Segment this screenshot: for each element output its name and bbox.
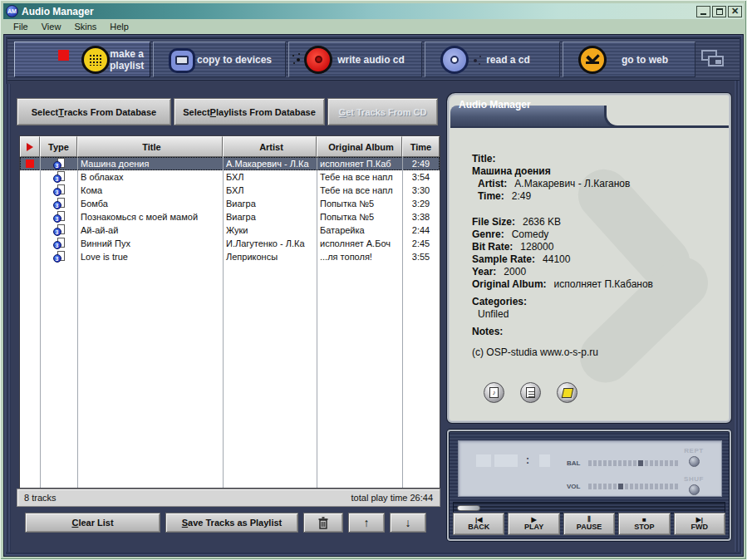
maximize-icon [716, 8, 723, 15]
header-album[interactable]: Original Album [317, 136, 402, 157]
minimize-button[interactable] [696, 6, 710, 17]
back-button[interactable]: |◀ BACK [453, 513, 504, 535]
table-row[interactable]: 3 Винний Пух И.Лагутенко - Л.Ка исполняе… [20, 237, 440, 250]
play-button[interactable]: ▶ PLAY [508, 513, 559, 535]
balance-slider[interactable] [588, 460, 680, 466]
shuffle-button-icon [689, 484, 700, 495]
table-row[interactable]: 3 Кома БХЛ Тебе на все напл 3:30 [20, 184, 440, 197]
select-tracks-from-database-button[interactable]: Select Tracks From Database [17, 98, 171, 125]
trash-icon [317, 517, 329, 529]
header-type[interactable]: Type [40, 136, 77, 157]
delete-track-button[interactable] [303, 513, 343, 533]
active-mode-indicator [58, 50, 69, 61]
artist-label: Artist: [478, 178, 507, 189]
document-icon [526, 387, 535, 398]
make-playlist-button[interactable]: make a playlist [14, 42, 150, 77]
mp3-file-icon: 3 [53, 158, 65, 169]
go-to-web-button[interactable]: go to web [563, 42, 695, 77]
read-cd-icon [440, 46, 469, 74]
seek-bar[interactable] [453, 502, 725, 513]
music-note-icon: ♪ [489, 387, 499, 398]
genre-label: Genre: [472, 228, 504, 240]
cascade-windows-icon[interactable] [701, 50, 726, 70]
header-artist[interactable]: Artist [223, 136, 317, 157]
playlist-grid-icon [81, 46, 110, 74]
mp3-file-icon: 3 [53, 238, 65, 249]
time-value: 2:49 [512, 190, 531, 202]
mp3-file-icon: 3 [53, 251, 65, 263]
yellow-note-icon [561, 388, 573, 398]
menu-help[interactable]: Help [103, 20, 135, 33]
close-button[interactable]: ✕ [728, 6, 742, 17]
table-header: Type Title Artist Original Album Time [20, 136, 440, 157]
close-icon: ✕ [731, 7, 739, 16]
table-row[interactable]: 3 Ай-ай-ай Жуки Батарейка 2:44 [20, 224, 440, 237]
table-row[interactable]: 3 Love is true Леприконсы ...ля тополя! … [20, 250, 440, 263]
menu-file[interactable]: File [7, 20, 35, 33]
copy-to-devices-label: copy to devices [195, 54, 285, 66]
sample-rate-value: 44100 [543, 253, 570, 265]
window-controls: ✕ [696, 6, 742, 17]
titlebar[interactable]: AM Audio Manager ✕ [3, 3, 744, 19]
edit-notes-button[interactable] [557, 382, 577, 403]
select-playlists-from-database-button[interactable]: Select Playlists From Database [174, 98, 325, 125]
window-title: Audio Manager [22, 6, 696, 17]
categories-value: Unfiled [478, 308, 509, 320]
now-playing-icon [26, 160, 34, 168]
write-audio-cd-button[interactable]: write audio cd [288, 42, 422, 77]
table-row[interactable]: 3 В облаках БХЛ Тебе на все напл 3:54 [20, 170, 440, 184]
write-cd-icon [304, 46, 332, 74]
frame-decoration-left [5, 84, 11, 552]
save-tracks-as-playlist-button[interactable]: Save Tracks as Playlist [165, 513, 298, 533]
menubar: File View Skins Help [3, 19, 744, 34]
sample-rate-label: Sample Rate: [472, 253, 535, 265]
table-row[interactable]: 3 Познакомься с моей мамой Виагра Попытк… [20, 210, 440, 224]
read-a-cd-button[interactable]: read a cd [425, 42, 560, 77]
title-value: Машина доения [472, 165, 551, 177]
copy-to-devices-button[interactable]: copy to devices [153, 42, 286, 77]
stop-button[interactable]: ■ STOP [618, 513, 670, 535]
menu-view[interactable]: View [35, 20, 68, 33]
repeat-toggle[interactable]: REPT [676, 447, 711, 467]
pause-button[interactable]: Ⅱ PAUSE [563, 513, 615, 535]
header-title[interactable]: Title [77, 136, 223, 157]
up-arrow-icon: ↑ [364, 517, 370, 528]
move-track-down-button[interactable]: ↓ [390, 513, 426, 533]
info-panel-title: Audio Manager [459, 99, 531, 111]
menu-skins[interactable]: Skins [67, 20, 103, 33]
details-document-button[interactable] [520, 382, 541, 403]
header-time[interactable]: Time [402, 136, 440, 157]
total-play-time: total play time 26:44 [351, 493, 433, 503]
play-arrow-icon [27, 143, 33, 151]
mp3-file-icon: 3 [53, 211, 65, 223]
track-info-panel: Audio Manager Title: Машина доения Artis… [447, 93, 731, 423]
notes-label: Notes: [472, 326, 503, 337]
seek-handle[interactable] [457, 505, 480, 511]
volume-slider[interactable] [588, 484, 680, 489]
info-panel-buttons: ♪ [484, 382, 577, 403]
player-panel: : BAL VOL REPT SHUF [447, 430, 731, 541]
table-row[interactable]: 3 Машина доения А.Макаревич - Л.Ка испол… [20, 157, 440, 170]
table-row[interactable]: 3 Бомба Виагра Попытка №5 3:29 [20, 197, 440, 210]
app-window: AM Audio Manager ✕ File View Skins Help … [0, 0, 747, 560]
database-buttons: Select Tracks From Database Select Playl… [17, 98, 438, 125]
header-play-column[interactable] [20, 136, 40, 157]
move-track-up-button[interactable]: ↑ [348, 513, 385, 533]
year-label: Year: [472, 266, 496, 278]
audio-file-button[interactable]: ♪ [484, 382, 504, 403]
clear-list-button[interactable]: Clear List [25, 513, 160, 533]
status-bar: 8 tracks total play time 26:44 [17, 489, 440, 507]
track-count: 8 tracks [24, 493, 57, 503]
time-colon: : [526, 454, 529, 467]
portable-device-icon [169, 48, 195, 73]
maximize-button[interactable] [712, 6, 726, 17]
get-tracks-from-cd-button[interactable]: Get Tracks From CD [327, 98, 438, 125]
minimize-icon [700, 13, 706, 15]
shuffle-toggle[interactable]: SHUF [676, 475, 711, 495]
file-size-label: File Size: [472, 216, 515, 228]
transport-controls: |◀ BACK ▶ PLAY Ⅱ PAUSE ■ STOP ▶| FWD [453, 513, 725, 535]
frame-decoration-right [735, 39, 742, 552]
genre-value: Comedy [512, 228, 549, 240]
mp3-file-icon: 3 [53, 184, 65, 196]
forward-button[interactable]: ▶| FWD [674, 513, 725, 535]
